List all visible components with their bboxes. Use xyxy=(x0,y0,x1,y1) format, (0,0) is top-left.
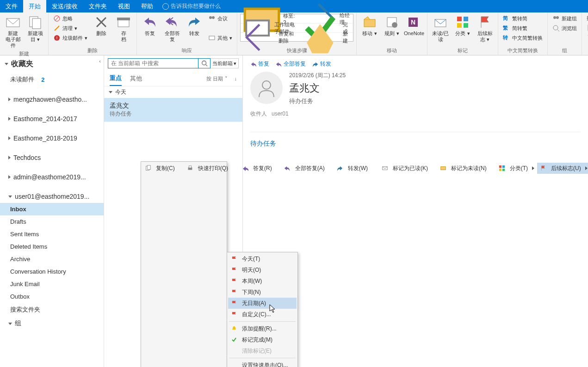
forward-button[interactable]: 转发 xyxy=(184,14,204,37)
meeting-button[interactable]: 会议 xyxy=(206,14,234,23)
archive-folder[interactable]: Archive xyxy=(0,253,104,265)
reply-button[interactable]: 答复 xyxy=(140,14,160,37)
categorize-button[interactable]: 分类 ▾ xyxy=(452,14,473,37)
move-button[interactable]: 移动 ▾ xyxy=(359,14,380,37)
ctx-followup[interactable]: 后续标志(U) xyxy=(537,163,588,174)
ctx-reply-all[interactable]: 全部答复(A) xyxy=(281,163,334,174)
reply-icon xyxy=(142,15,157,30)
sc2-button[interactable]: 繁简转繁 xyxy=(501,24,545,33)
sub-reminder[interactable]: 添加提醒(R)... xyxy=(228,323,297,334)
new-mail-button[interactable]: 新建 电子邮件 xyxy=(3,14,23,49)
tab-folder[interactable]: 文件夹 xyxy=(83,0,112,12)
tab-file[interactable]: 文件 xyxy=(0,0,23,12)
search-folder[interactable]: 搜索文件夹 xyxy=(0,303,104,317)
tab-help[interactable]: 帮助 xyxy=(136,0,159,12)
collapse-nav-icon[interactable]: ‹ xyxy=(99,58,101,64)
folder-pane: ‹ 收藏夹 未读邮件 2 mengzhaowen@eastho... Easth… xyxy=(0,55,104,367)
svg-rect-16 xyxy=(364,19,375,27)
followup-submenu: 今天(T) 明天(O) 本周(W) 下周(N) 无日期(A) 自定义(C)...… xyxy=(227,252,298,367)
onenote-button[interactable]: NOneNote xyxy=(404,14,424,37)
sub-today[interactable]: 今天(T) xyxy=(228,253,297,264)
group-today[interactable]: 今天 xyxy=(104,86,242,98)
tab-home[interactable]: 开始 xyxy=(23,0,46,12)
ignore-button[interactable]: 忽略 xyxy=(51,14,89,23)
search-input[interactable] xyxy=(108,58,198,68)
list-tabs: 重点 其他 按 日期 ˅ ↓ xyxy=(104,71,242,86)
read-reply[interactable]: 答复 xyxy=(250,60,269,68)
tab-view[interactable]: 视图 xyxy=(112,0,136,12)
sub-complete[interactable]: 标记完成(M) xyxy=(228,334,297,345)
delete-button[interactable]: 删除 xyxy=(91,14,111,37)
more-icon xyxy=(208,34,216,42)
sent-folder[interactable]: Sent Items xyxy=(0,228,104,240)
more-button[interactable]: 其他 ▾ xyxy=(206,33,234,43)
account-4[interactable]: Techdocs xyxy=(0,151,104,164)
ctx-categorize[interactable]: 分类(T) xyxy=(496,163,537,174)
sub-tomorrow[interactable]: 明天(O) xyxy=(228,264,297,275)
ctx-mark-unread[interactable]: 标记为未读(N) xyxy=(437,163,496,174)
caret-icon xyxy=(8,117,11,121)
unread-folder[interactable]: 未读邮件 2 xyxy=(0,73,104,86)
search-people-button[interactable]: 搜索人 xyxy=(585,14,588,23)
sub-nextweek[interactable]: 下周(N) xyxy=(228,287,297,298)
read-forward[interactable]: 转发 xyxy=(312,60,331,68)
ctx-quickprint[interactable]: 快速打印(Q) xyxy=(184,163,237,174)
browsegroup-button[interactable]: 浏览组 xyxy=(551,24,579,33)
archive-icon xyxy=(116,15,131,30)
junk-folder[interactable]: Junk Email xyxy=(0,278,104,290)
svg-rect-0 xyxy=(6,18,19,27)
tell-me[interactable]: 告诉我你想要做什么 xyxy=(162,2,221,10)
sub-thisweek[interactable]: 本周(W) xyxy=(228,275,297,287)
ctx-reply[interactable]: 答复(R) xyxy=(239,163,281,174)
account-6[interactable]: user01@easthome2019... xyxy=(0,190,104,203)
addressbook-button[interactable]: 通讯录 xyxy=(585,23,588,32)
favorites-header[interactable]: 收藏夹 xyxy=(0,55,104,73)
read-reply-all[interactable]: 全部答复 xyxy=(276,60,306,68)
unread-button[interactable]: 未读/已读 xyxy=(430,14,451,43)
sort-button[interactable]: 按 日期 ˅ ↓ xyxy=(206,75,237,82)
followup-button[interactable]: 后续标志 ▾ xyxy=(475,14,495,43)
sub-nodate[interactable]: 无日期(A) xyxy=(228,298,297,309)
deleted-folder[interactable]: Deleted Items xyxy=(0,240,104,253)
tab-sendreceive[interactable]: 发送/接收 xyxy=(46,0,83,12)
sub-custom[interactable]: 自定义(C)... xyxy=(228,309,297,320)
rules-button[interactable]: 规则 ▾ xyxy=(382,14,402,37)
search-button[interactable] xyxy=(198,58,210,68)
tab-focused[interactable]: 重点 xyxy=(110,71,122,86)
svg-rect-2 xyxy=(32,18,41,29)
account-2[interactable]: Easthome_2014-2017 xyxy=(0,112,104,125)
ctx-mark-read[interactable]: 标记为已读(K) xyxy=(379,163,437,174)
read-actions: 答复 全部答复 转发 xyxy=(250,60,581,68)
archive-button[interactable]: 存 档 xyxy=(113,14,134,43)
forward-icon xyxy=(336,164,344,172)
bulb-icon xyxy=(162,3,169,10)
flag-icon xyxy=(230,288,238,296)
sc3-button[interactable]: 转中文简繁转换 xyxy=(501,33,545,43)
filter-button[interactable]: 筛选 xyxy=(585,33,588,42)
svg-line-4 xyxy=(55,17,59,20)
outbox-folder[interactable]: Outbox xyxy=(0,290,104,303)
conv-folder[interactable]: Conversation History xyxy=(0,265,104,278)
read-from: 孟兆文 xyxy=(289,81,346,95)
reply-all-button[interactable]: 全部答复 xyxy=(162,14,182,43)
groups-header[interactable]: 组 xyxy=(0,317,104,330)
junk-button[interactable]: !垃圾邮件 ▾ xyxy=(51,33,89,43)
sc1-button[interactable]: 简繁转简 xyxy=(501,14,545,23)
newgroup-button[interactable]: 新建组 xyxy=(551,14,579,23)
account-1[interactable]: mengzhaowen@eastho... xyxy=(0,93,104,106)
clean-button[interactable]: 清理 ▾ xyxy=(51,24,89,33)
account-5[interactable]: admin@easthome2019... xyxy=(0,171,104,184)
account-3[interactable]: Easthome_2018-2019 xyxy=(0,132,104,145)
sub-quickclick[interactable]: 设置快速单击(Q)... xyxy=(228,360,297,367)
mail-item[interactable]: 孟兆文 待办任务 xyxy=(104,98,242,122)
quick-steps-gallery[interactable]: 移至: ? 给经理 工作组电子邮件 完成 答复和删除 新建 xyxy=(240,14,353,42)
ctx-copy[interactable]: 复制(C) xyxy=(142,163,184,174)
svg-rect-24 xyxy=(457,23,462,28)
inbox-folder[interactable]: Inbox xyxy=(0,203,104,215)
svg-point-12 xyxy=(212,16,215,19)
new-item-button[interactable]: 新建项目 ▾ xyxy=(25,14,45,43)
drafts-folder[interactable]: Drafts xyxy=(0,215,104,228)
ctx-forward[interactable]: 转发(W) xyxy=(334,163,377,174)
tab-other[interactable]: 其他 xyxy=(130,72,142,86)
search-scope[interactable]: 当前邮箱 ▾ xyxy=(210,58,239,68)
